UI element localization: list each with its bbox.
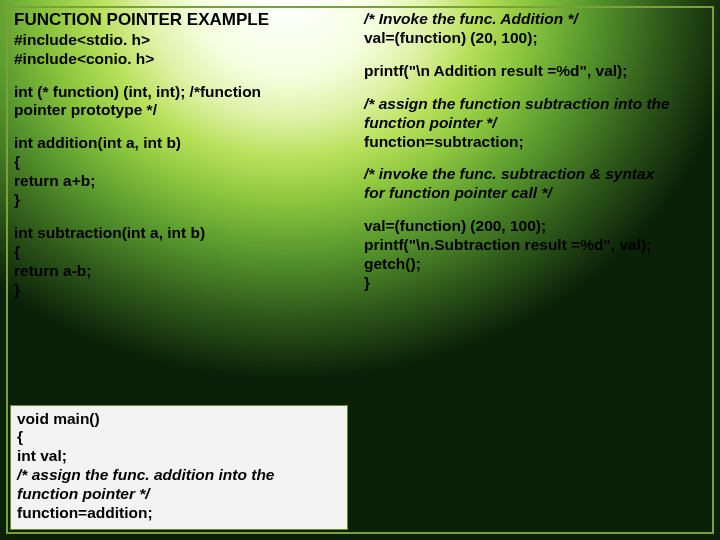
final-block: val=(function) (200, 100); printf("\n.Su…: [364, 217, 706, 293]
assign-sub-comment-2: function pointer */: [364, 114, 706, 133]
invoke-sub-comment-block: /* invoke the func. subtraction & syntax…: [364, 165, 706, 203]
printf-addition-block: printf("\n Addition result =%d", val);: [364, 62, 706, 81]
subtraction-open: {: [14, 243, 352, 262]
assign-subtraction-block: /* assign the function subtraction into …: [364, 95, 706, 152]
printf-subtraction: printf("\n.Subtraction result =%d", val)…: [364, 236, 706, 255]
getch-call: getch();: [364, 255, 706, 274]
addition-sig: int addition(int a, int b): [14, 134, 352, 153]
main-close: }: [364, 274, 706, 293]
assign-add-comment-1: /* assign the func. addition into the: [17, 466, 341, 485]
include-stdio: #include<stdio. h>: [14, 31, 352, 50]
subtraction-return: return a-b;: [14, 262, 352, 281]
prototype-block: int (* function) (int, int); /*function …: [14, 83, 352, 121]
subtraction-close: }: [14, 281, 352, 300]
main-open: {: [17, 428, 341, 447]
assign-addition: function=addition;: [17, 504, 341, 523]
invoke-subtraction-call: val=(function) (200, 100);: [364, 217, 706, 236]
main-decl: int val;: [17, 447, 341, 466]
assign-sub-comment-1: /* assign the function subtraction into …: [364, 95, 706, 114]
header-block: FUNCTION POINTER EXAMPLE #include<stdio.…: [14, 10, 352, 69]
addition-close: }: [14, 191, 352, 210]
assign-subtraction: function=subtraction;: [364, 133, 706, 152]
invoke-addition-call: val=(function) (20, 100);: [364, 29, 706, 48]
invoke-addition-block: /* Invoke the func. Addition */ val=(fun…: [364, 10, 706, 48]
assign-add-comment-2: function pointer */: [17, 485, 341, 504]
invoke-sub-comment-1: /* invoke the func. subtraction & syntax: [364, 165, 706, 184]
addition-open: {: [14, 153, 352, 172]
invoke-addition-comment: /* Invoke the func. Addition */: [364, 10, 706, 29]
prototype-line-1: int (* function) (int, int); /*function: [14, 83, 352, 102]
slide-title: FUNCTION POINTER EXAMPLE: [14, 10, 352, 31]
include-conio: #include<conio. h>: [14, 50, 352, 69]
addition-return: return a+b;: [14, 172, 352, 191]
subtraction-sig: int subtraction(int a, int b): [14, 224, 352, 243]
right-column: /* Invoke the func. Addition */ val=(fun…: [364, 10, 712, 532]
addition-func-block: int addition(int a, int b) { return a+b;…: [14, 134, 352, 210]
main-function-box: void main() { int val; /* assign the fun…: [10, 405, 348, 530]
invoke-sub-comment-2: for function pointer call */: [364, 184, 706, 203]
prototype-line-2: pointer prototype */: [14, 101, 352, 120]
main-sig: void main(): [17, 410, 341, 429]
printf-addition: printf("\n Addition result =%d", val);: [364, 62, 706, 81]
